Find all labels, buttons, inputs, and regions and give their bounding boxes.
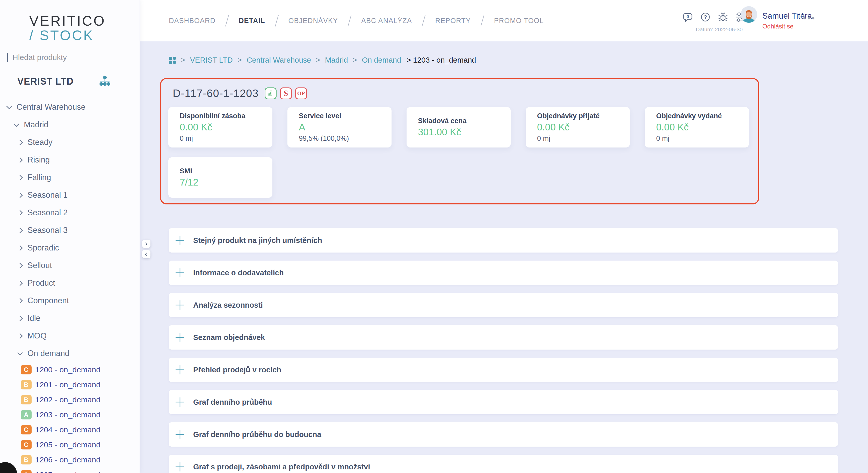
collapse-sidebar-button[interactable] — [142, 250, 150, 258]
chevron-right-icon — [18, 334, 27, 338]
tree-item-label: Central Warehouse — [17, 102, 86, 112]
logout-link[interactable]: Odhlásit se — [762, 23, 794, 30]
grid-icon[interactable] — [169, 57, 176, 64]
section-stejn-produkt-na-jin-ch-um-st-n-ch[interactable]: Stejný produkt na jiných umístěních — [169, 228, 838, 252]
tree-item-product[interactable]: Product — [0, 274, 140, 292]
chevron-right-icon — [18, 158, 27, 162]
tree-item-label: Idle — [27, 314, 40, 323]
breadcrumb-separator: > — [238, 56, 242, 64]
stat-value: 301.00 Kč — [418, 127, 510, 138]
app-logo: VERITICO / STOCK — [0, 0, 140, 42]
notifications-icon[interactable]: 0 — [683, 12, 693, 22]
org-hierarchy-icon[interactable] — [99, 75, 111, 88]
nav-item-promo-tool[interactable]: PROMO TOOL — [494, 17, 544, 25]
tree-item-label: Seasonal 2 — [27, 208, 68, 217]
dot-icon — [812, 17, 814, 20]
abc-badge-b: B — [21, 380, 32, 390]
nav-item-detail[interactable]: DETAIL — [239, 17, 265, 25]
plus-icon — [176, 333, 184, 342]
tree-item-seasonal-2[interactable]: Seasonal 2 — [0, 204, 140, 222]
tree-item-label: 1200 - on_demand — [35, 365, 100, 374]
tree-item-1207-on-demand[interactable]: C1207 - on_demand — [0, 467, 140, 473]
tree-item-on-demand[interactable]: On demand — [0, 345, 140, 362]
chevron-right-icon — [18, 176, 27, 179]
breadcrumb-link-madrid[interactable]: Madrid — [325, 56, 348, 64]
tree-item-sporadic[interactable]: Sporadic — [0, 239, 140, 257]
tree-item-falling[interactable]: Falling — [0, 169, 140, 186]
stat-label: Objednávky přijaté — [537, 112, 630, 120]
nav-item-reporty[interactable]: REPORTY — [435, 17, 471, 25]
section-informace-o-dodavatel-ch[interactable]: Informace o dodavatelích — [169, 261, 838, 285]
user-avatar[interactable] — [741, 6, 757, 23]
section-graf-denn-ho-pr-b-hu[interactable]: Graf denního průběhu — [169, 390, 838, 414]
tree-item-madrid[interactable]: Madrid — [0, 116, 140, 134]
tree-item-seasonal-3[interactable]: Seasonal 3 — [0, 222, 140, 239]
breadcrumb-link-verist-ltd[interactable]: VERIST LTD — [190, 56, 233, 64]
plus-icon — [176, 365, 184, 375]
chevron-left-icon — [145, 252, 148, 256]
top-header: DASHBOARDDETAILOBJEDNÁVKYABC ANALÝZAREPO… — [140, 0, 868, 41]
nav-item-objedn-vky[interactable]: OBJEDNÁVKY — [288, 17, 338, 25]
tree-item-1206-on-demand[interactable]: B1206 - on_demand — [0, 452, 140, 467]
stat-card-objedn-vky-p-ijat: Objednávky přijaté0.00 Kč0 mj — [526, 107, 630, 147]
abc-badge-c: C — [21, 440, 32, 449]
tree-item-1204-on-demand[interactable]: C1204 - on_demand — [0, 422, 140, 437]
nav-item-abc-anal-za[interactable]: ABC ANALÝZA — [361, 17, 412, 25]
breadcrumb-separator: > — [316, 56, 320, 64]
section-graf-denn-ho-pr-b-hu-do-budoucna[interactable]: Graf denního průběhu do budoucna — [169, 422, 838, 447]
chevron-right-icon — [18, 140, 27, 144]
breadcrumb-separator: > — [181, 56, 185, 64]
stat-label: Service level — [299, 112, 392, 120]
stat-label: SMI — [180, 167, 272, 175]
tree-item-1201-on-demand[interactable]: B1201 - on_demand — [0, 377, 140, 392]
plus-icon — [176, 462, 184, 472]
nav-separator — [348, 15, 352, 27]
chevron-right-icon — [18, 264, 27, 268]
tree-item-1205-on-demand[interactable]: C1205 - on_demand — [0, 437, 140, 452]
tree-item-moq[interactable]: MOQ — [0, 327, 140, 345]
header-icons: 0 ? — [683, 12, 746, 22]
chevron-right-icon — [144, 242, 148, 245]
section-title: Analýza sezonnosti — [193, 301, 263, 309]
tree-item-1202-on-demand[interactable]: B1202 - on_demand — [0, 392, 140, 407]
more-options-button[interactable] — [803, 17, 814, 20]
chevron-right-icon — [18, 299, 27, 303]
bug-report-icon[interactable] — [718, 12, 728, 22]
tree-item-1203-on-demand[interactable]: A1203 - on_demand — [0, 407, 140, 422]
tree-item-central-warehouse[interactable]: Central Warehouse — [0, 98, 140, 116]
section-graf-s-prodeji-z-sobami-a-p-edpov-d-v-mno-stv[interactable]: Graf s prodeji, zásobami a předpovědí v … — [169, 454, 838, 473]
tree-item-rising[interactable]: Rising — [0, 151, 140, 169]
expand-sidebar-button[interactable] — [142, 240, 150, 248]
stat-value: 0.00 Kč — [537, 122, 630, 133]
tree-item-steady[interactable]: Steady — [0, 134, 140, 151]
search-input[interactable] — [12, 53, 123, 62]
section-seznam-objedn-vek[interactable]: Seznam objednávek — [169, 325, 838, 349]
stat-value: A — [299, 122, 392, 133]
tree-item-sellout[interactable]: Sellout — [0, 257, 140, 274]
breadcrumb-link-central-warehouse[interactable]: Central Warehouse — [247, 56, 311, 64]
tree-item-idle[interactable]: Idle — [0, 309, 140, 327]
breadcrumb-link-on-demand[interactable]: On demand — [362, 56, 401, 64]
tree-item-seasonal-1[interactable]: Seasonal 1 — [0, 186, 140, 204]
abc-badge-c: C — [21, 365, 32, 374]
section-anal-za-sezonnosti[interactable]: Analýza sezonnosti — [169, 293, 838, 317]
product-search — [7, 52, 140, 63]
warehouse-tree: Central WarehouseMadridSteadyRisingFalli… — [0, 98, 140, 473]
nav-separator — [275, 15, 279, 27]
section-title: Stejný produkt na jiných umístěních — [193, 236, 322, 245]
tree-item-label: 1206 - on_demand — [35, 455, 100, 464]
section-p-ehled-prodej-v-roc-ch[interactable]: Přehled prodejů v rocích — [169, 358, 838, 382]
plus-icon — [176, 300, 184, 310]
stat-subvalue: 0 mj — [180, 135, 272, 142]
s-flag-badge: S — [280, 88, 292, 99]
chevron-right-icon — [18, 229, 27, 232]
abc-badge-c: C — [21, 470, 32, 473]
help-icon[interactable]: ? — [700, 12, 711, 22]
tree-item-1200-on-demand[interactable]: C1200 - on_demand — [0, 362, 140, 377]
tree-item-component[interactable]: Component — [0, 292, 140, 309]
tree-item-label: Rising — [27, 155, 50, 165]
factory-badge — [265, 88, 277, 99]
tree-item-label: Seasonal 1 — [27, 191, 68, 200]
stat-subvalue: 0 mj — [656, 135, 749, 142]
nav-item-dashboard[interactable]: DASHBOARD — [169, 17, 215, 25]
